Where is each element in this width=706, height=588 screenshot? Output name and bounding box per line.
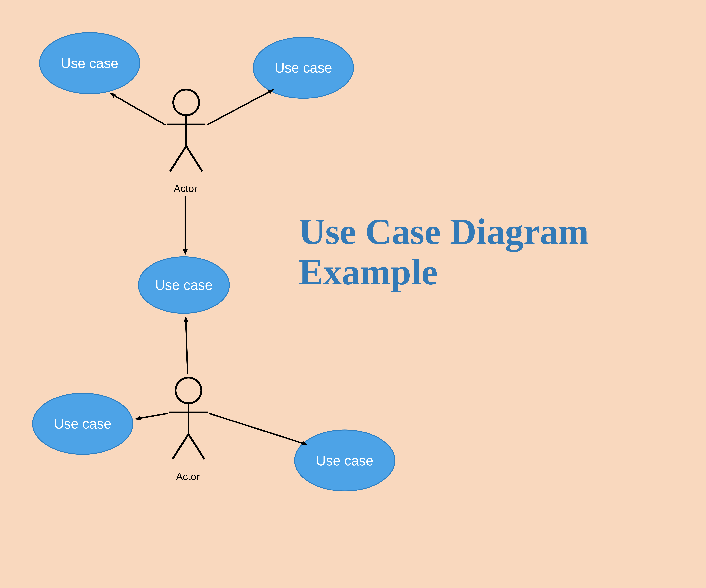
svg-point-5	[175, 378, 201, 403]
title-line-1: Use Case Diagram	[299, 211, 589, 252]
svg-line-3	[170, 146, 186, 171]
usecase-label: Use case	[54, 416, 111, 432]
usecase-bottom-right: Use case	[294, 429, 395, 492]
arrow-actor2-to-uc3	[186, 317, 188, 374]
usecase-middle: Use case	[138, 256, 230, 314]
arrow-actor1-to-uc2	[207, 90, 274, 125]
diagram-canvas: Use Case Diagram Example Use case Use ca…	[0, 0, 706, 519]
svg-line-9	[189, 434, 205, 459]
actor-bottom-label: Actor	[176, 471, 200, 483]
usecase-label: Use case	[155, 277, 213, 293]
usecase-top-left: Use case	[39, 32, 140, 94]
usecase-label: Use case	[316, 453, 374, 468]
svg-point-0	[173, 90, 199, 115]
usecase-bottom-left: Use case	[32, 393, 133, 455]
title-line-2: Example	[299, 252, 589, 292]
usecase-label: Use case	[61, 55, 118, 71]
usecase-top-right: Use case	[253, 37, 354, 99]
arrow-actor1-to-uc1	[110, 93, 165, 125]
svg-line-4	[186, 146, 202, 171]
diagram-title: Use Case Diagram Example	[299, 211, 589, 292]
usecase-label: Use case	[275, 60, 332, 76]
arrow-actor2-to-uc5	[209, 414, 307, 445]
svg-line-8	[172, 434, 189, 459]
arrow-actor2-to-uc4	[135, 414, 168, 419]
actor-bottom-icon	[165, 377, 211, 462]
actor-top-label: Actor	[174, 183, 197, 195]
actor-top-icon	[163, 89, 209, 174]
